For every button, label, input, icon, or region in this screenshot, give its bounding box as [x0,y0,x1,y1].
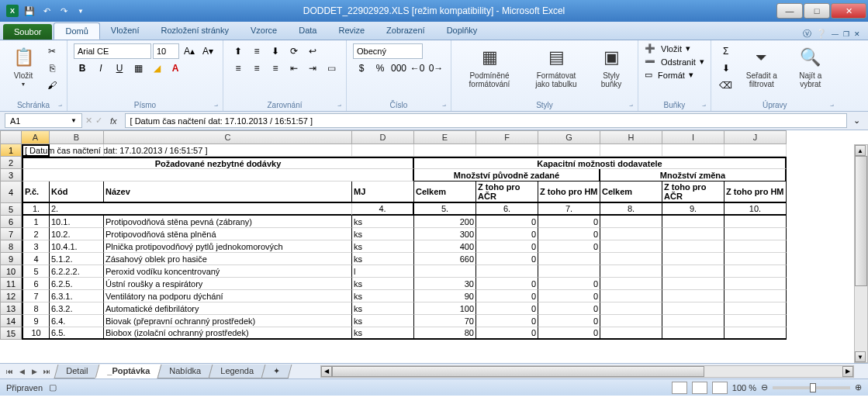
number-format-combo[interactable] [353,43,423,59]
cell[interactable]: 10. [724,203,787,216]
scroll-left-icon[interactable]: ◀ [321,366,332,377]
cell[interactable]: 0 [476,253,538,265]
first-sheet-icon[interactable]: ⏮ [3,365,16,378]
zoom-out-icon[interactable]: ⊖ [761,382,768,392]
cell[interactable]: 10.1. [50,216,104,228]
excel-icon[interactable]: X [5,3,20,19]
next-sheet-icon[interactable]: ▶ [28,365,40,378]
cell[interactable]: 5. [414,203,476,216]
scroll-down-icon[interactable]: ▼ [855,351,866,362]
clear-icon[interactable]: ⌫ [718,78,735,93]
cell[interactable] [662,265,724,278]
name-box[interactable]: A1▼ [5,113,82,128]
comma-icon[interactable]: 000 [390,60,407,76]
undo-icon[interactable]: ↶ [39,3,54,19]
cell[interactable]: 5 [22,265,50,278]
cell[interactable] [662,327,724,340]
cell[interactable]: 9 [22,315,50,327]
delete-cells-button[interactable]: ➖ Odstranit ▾ [645,57,704,67]
cell[interactable]: 2 [22,228,50,240]
align-right-icon[interactable]: ≡ [267,60,284,76]
row-header[interactable]: 7 [0,228,22,240]
column-header[interactable]: H [600,130,662,144]
sort-filter-button[interactable]: ⏷Seřadit a filtrovat [738,43,786,90]
cell[interactable]: 0 [476,278,538,290]
cell[interactable]: 0 [538,216,600,228]
ribbon-tab-zobrazení[interactable]: Zobrazení [375,22,436,40]
mdi-minimize-icon[interactable]: — [832,30,839,38]
minimize-ribbon-icon[interactable]: ⓥ [803,28,811,40]
increase-indent-icon[interactable]: ⇥ [304,60,321,76]
cell[interactable] [600,240,662,253]
cell[interactable] [538,253,600,265]
cell[interactable] [724,253,787,265]
cell[interactable]: 0 [476,216,538,228]
cancel-formula-icon[interactable]: ✕ [85,116,92,126]
vscroll-thumb[interactable] [855,156,867,286]
font-name-combo[interactable] [74,43,151,59]
ribbon-tab-vložení[interactable]: Vložení [100,22,150,40]
cell[interactable]: 0 [538,278,600,290]
spreadsheet-grid[interactable]: ABCDEFGHIJ1[ Datum čas načtení dat: 17.1… [0,130,868,363]
cell[interactable] [600,302,662,315]
column-header[interactable]: D [352,130,414,144]
cell[interactable] [724,228,787,240]
cell[interactable]: 10 [22,327,50,340]
cell[interactable]: Biovak (přepravní ochranný prostředek) [104,315,352,327]
ribbon-tab-domů[interactable]: Domů [54,22,99,40]
fx-icon[interactable]: fx [105,116,122,126]
cell[interactable] [662,216,724,228]
row-header[interactable]: 10 [0,265,22,278]
cell[interactable] [600,228,662,240]
cell[interactable]: ks [352,290,414,302]
format-as-table-button[interactable]: ▤Formátovat jako tabulku [524,43,588,90]
italic-button[interactable]: I [92,60,109,76]
align-middle-icon[interactable]: ≡ [248,43,265,59]
select-all-corner[interactable] [0,130,22,144]
autosum-icon[interactable]: Σ [718,43,735,59]
cell[interactable]: ks [352,216,414,228]
bold-button[interactable]: B [74,60,91,76]
font-size-combo[interactable] [153,43,179,59]
align-center-icon[interactable]: ≡ [248,60,265,76]
cell[interactable]: 0 [538,315,600,327]
cell[interactable] [600,290,662,302]
cell[interactable]: Celkem [600,181,662,203]
cell[interactable]: 4. [352,203,414,216]
align-left-icon[interactable]: ≡ [230,60,247,76]
cell[interactable] [414,144,476,157]
cell[interactable] [538,265,600,278]
decrease-font-icon[interactable]: A▾ [199,43,216,59]
conditional-formatting-button[interactable]: ▦Podmíněné formátování [458,43,521,90]
cell[interactable] [724,290,787,302]
cell[interactable] [600,253,662,265]
column-header[interactable]: B [50,130,104,144]
cell[interactable] [724,278,787,290]
horizontal-scrollbar[interactable]: ◀ ▶ [320,365,854,378]
prev-sheet-icon[interactable]: ◀ [16,365,28,378]
cell[interactable]: Protipovodňová stěna pevná (zábrany) [104,216,352,228]
cell[interactable]: 70 [414,315,476,327]
cell[interactable]: 10.2. [50,228,104,240]
cell[interactable]: Množství původně zadané [414,169,600,181]
wrap-text-icon[interactable]: ↩ [304,43,321,59]
cell[interactable]: Z toho pro HM [538,181,600,203]
help-icon[interactable]: ❔ [816,29,827,39]
ribbon-tab-doplňky[interactable]: Doplňky [436,22,489,40]
cell[interactable]: ks [352,228,414,240]
cell-styles-button[interactable]: ▣Styly buňky [591,43,631,90]
align-top-icon[interactable]: ⬆ [230,43,247,59]
file-tab[interactable]: Soubor [3,24,52,40]
row-header[interactable]: 13 [0,302,22,315]
row-header[interactable]: 12 [0,290,22,302]
sheet-tab[interactable]: Nabídka [157,365,213,379]
cell[interactable]: 6.3.2. [50,302,104,315]
cell[interactable]: 400 [414,240,476,253]
cell[interactable]: 1 [22,216,50,228]
cell[interactable]: [ Datum čas načtení dat: 17.10.2013 / 16… [22,144,50,157]
macro-record-icon[interactable]: ▢ [49,382,57,392]
hscroll-thumb[interactable] [332,366,704,377]
cell[interactable] [600,216,662,228]
cell[interactable]: 0 [538,240,600,253]
cell[interactable]: Z toho pro HM [724,181,787,203]
